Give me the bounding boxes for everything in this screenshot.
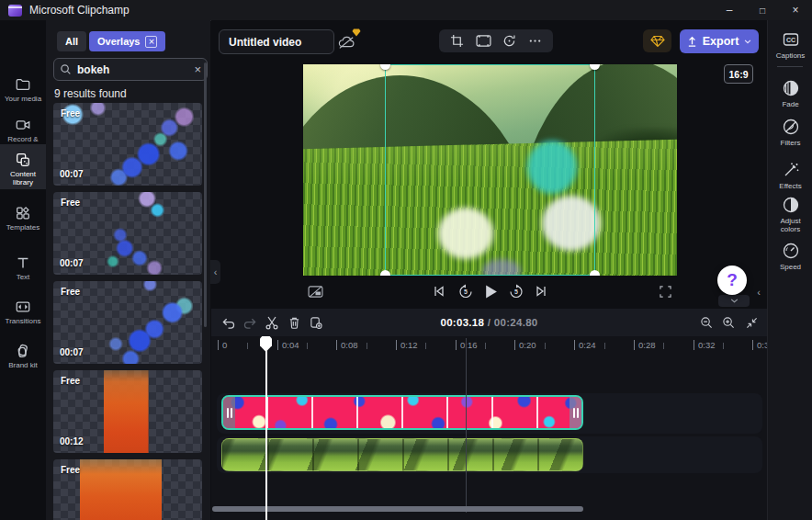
free-badge: Free <box>61 198 80 208</box>
aspect-ratio-badge[interactable]: 16:9 <box>724 64 753 84</box>
upgrade-gem-button[interactable] <box>643 29 671 52</box>
collapse-right-panel-button[interactable]: ‹ <box>753 280 764 304</box>
chevron-down-icon <box>744 40 751 44</box>
selection-handle[interactable] <box>380 64 390 70</box>
crop-icon[interactable] <box>450 34 464 48</box>
library-result-thumbnail[interactable]: Free 00:07 <box>53 281 202 364</box>
time-separator: / <box>484 317 494 328</box>
sidebar-item-transitions[interactable]: Transitions <box>0 294 46 331</box>
timeline-horizontal-scrollbar[interactable] <box>212 506 583 512</box>
titlebar: Microsoft Clipchamp – □ × <box>0 0 812 21</box>
selection-handle[interactable] <box>590 270 600 276</box>
undo-icon[interactable] <box>219 313 237 332</box>
camera-icon <box>15 117 31 133</box>
more-options-icon[interactable] <box>528 34 542 48</box>
filter-chip-overlays-label: Overlays <box>97 36 140 47</box>
library-result-thumbnail[interactable]: Free <box>53 459 202 520</box>
zoom-out-icon[interactable] <box>697 313 716 332</box>
speed-icon <box>782 242 800 260</box>
duration-label: 00:12 <box>60 436 84 447</box>
ruler-label: 0:16 <box>460 340 478 350</box>
free-badge: Free <box>61 108 80 119</box>
tab-filters[interactable]: Filters <box>768 118 812 147</box>
collapse-left-panel-button[interactable]: ‹ <box>210 260 220 284</box>
sidebar-item-brand-kit[interactable]: Brand kit <box>0 338 46 375</box>
play-button[interactable] <box>480 281 501 301</box>
export-button[interactable]: Export <box>680 29 759 53</box>
split-scissors-icon[interactable] <box>263 313 281 332</box>
aspect-ratio-icon[interactable] <box>476 35 491 47</box>
templates-icon <box>15 205 31 221</box>
forward-5-seconds-button[interactable]: 5 <box>506 281 526 301</box>
sidebar-item-text[interactable]: Text <box>0 250 46 287</box>
free-badge: Free <box>61 287 80 297</box>
overlay-clip-selected[interactable] <box>221 395 583 430</box>
timeline-ruler[interactable]: 0 0:04 0:08 0:12 0:16 0:20 0:24 0:28 0:3… <box>211 338 767 356</box>
rewind-5-seconds-button[interactable]: 5 <box>456 281 476 301</box>
filter-chip-all[interactable]: All <box>57 31 86 51</box>
project-title-input[interactable]: Untitled video <box>219 29 334 54</box>
clipchamp-logo-icon <box>8 5 22 17</box>
duration-label: 00:07 <box>60 258 84 268</box>
content-library-icon <box>15 152 31 168</box>
zoom-fit-icon[interactable] <box>742 313 761 332</box>
trim-handle-left[interactable] <box>223 397 235 428</box>
collapse-preview-tab[interactable] <box>718 295 750 307</box>
timeline: 00:03.18 / 00:24.80 <box>211 309 767 520</box>
sidebar-divider <box>777 66 803 67</box>
properties-sidebar: CC Captions Fade Filters Effects <box>767 20 812 520</box>
ruler-label: 0:28 <box>638 340 656 350</box>
library-result-thumbnail[interactable]: Free 00:07 <box>53 192 202 275</box>
maximize-button[interactable]: □ <box>746 0 779 20</box>
overlay-selection-box[interactable] <box>385 64 595 276</box>
sidebar-item-your-media[interactable]: Your media <box>0 72 46 108</box>
effects-icon <box>782 161 800 179</box>
svg-text:5: 5 <box>514 288 518 295</box>
video-clip[interactable] <box>221 438 583 471</box>
close-button[interactable]: × <box>779 0 812 20</box>
library-result-thumbnail[interactable]: Free 00:12 <box>53 370 202 453</box>
overlay-clip-art <box>223 397 581 428</box>
premium-gem-badge-icon <box>352 28 361 37</box>
playhead-line[interactable] <box>265 349 267 520</box>
video-preview[interactable] <box>303 64 677 276</box>
ruler-label: 0 <box>222 340 227 350</box>
tab-adjust-colors[interactable]: Adjust colors <box>768 196 812 233</box>
rotate-icon[interactable] <box>502 34 516 48</box>
tab-fade[interactable]: Fade <box>768 79 812 108</box>
selection-handle[interactable] <box>380 270 390 276</box>
clear-search-icon[interactable]: × <box>194 62 201 76</box>
clipchamp-window: Microsoft Clipchamp – □ × Your media Rec… <box>0 0 812 520</box>
remove-overlays-filter-icon[interactable]: × <box>145 36 157 48</box>
tab-speed[interactable]: Speed <box>768 242 812 271</box>
search-input[interactable]: bokeh × <box>53 58 208 81</box>
ruler-label: 0:08 <box>341 340 358 350</box>
picture-in-picture-off-icon[interactable] <box>305 281 325 301</box>
tab-captions[interactable]: CC Captions <box>768 30 812 60</box>
skip-to-end-button[interactable] <box>531 281 551 301</box>
panel-scrollbar[interactable] <box>204 62 207 327</box>
zoom-in-icon[interactable] <box>719 313 738 332</box>
delete-trash-icon[interactable] <box>285 313 303 332</box>
sidebar-item-content-library[interactable]: Content library <box>0 144 46 189</box>
export-label: Export <box>703 35 739 48</box>
help-button[interactable]: ? <box>717 266 747 295</box>
trim-handle-right[interactable] <box>570 397 581 428</box>
transitions-icon <box>15 299 31 315</box>
ruler-label: 0:04 <box>282 340 299 350</box>
minimize-button[interactable]: – <box>713 0 746 20</box>
filters-icon <box>782 118 800 136</box>
sidebar-item-templates[interactable]: Templates <box>0 200 46 237</box>
text-icon <box>15 254 31 271</box>
free-badge: Free <box>61 376 80 386</box>
library-result-thumbnail[interactable]: Free 00:07 <box>53 103 202 186</box>
fullscreen-icon[interactable] <box>655 281 675 301</box>
tab-effects[interactable]: Effects <box>768 161 812 190</box>
timeline-toolbar: 00:03.18 / 00:24.80 <box>211 309 767 336</box>
redo-icon[interactable] <box>241 313 259 332</box>
filter-chip-overlays[interactable]: Overlays × <box>89 31 165 51</box>
cloud-backup-off-icon[interactable] <box>333 32 360 54</box>
skip-to-start-button[interactable] <box>429 281 449 301</box>
search-icon <box>60 63 72 75</box>
duplicate-icon[interactable] <box>307 313 325 332</box>
